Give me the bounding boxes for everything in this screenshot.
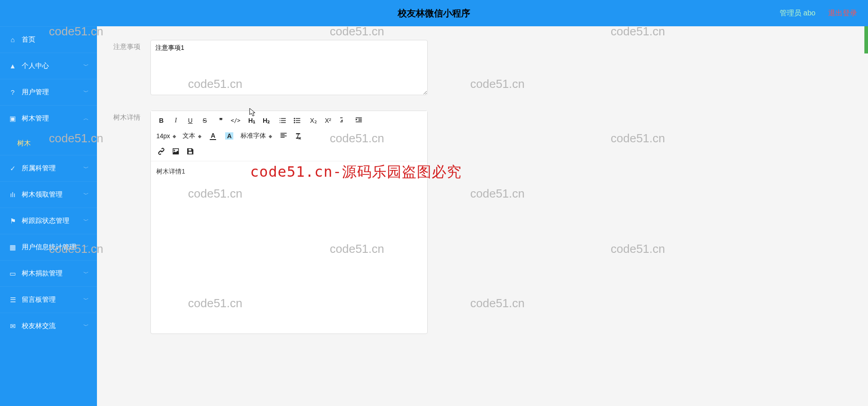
font-size-value: 14px [156, 132, 170, 140]
note-label: 注意事项 [113, 40, 150, 97]
italic-button[interactable]: I [171, 116, 181, 126]
home-icon: ⌂ [8, 36, 17, 44]
style-value: 文本 [183, 132, 195, 140]
sidebar-item-label: 留言板管理 [22, 295, 56, 304]
sidebar-item-claim-mgmt[interactable]: ılı 树木领取管理 ﹀ [0, 181, 97, 208]
header-bar: 校友林微信小程序 管理员 abo 退出登录 [0, 0, 868, 26]
ordered-list-button[interactable] [278, 116, 288, 126]
chevron-down-icon: ﹀ [83, 243, 89, 251]
sidebar-item-label: 所属科管理 [22, 164, 56, 173]
sidebar-item-home[interactable]: ⌂ 首页 [0, 26, 97, 53]
chevron-down-icon: ﹀ [83, 62, 89, 70]
svg-point-2 [294, 122, 295, 123]
quote-button[interactable]: ❞ [216, 116, 226, 126]
sidebar-item-donate-mgmt[interactable]: ▭ 树木捐款管理 ﹀ [0, 260, 97, 286]
sidebar-item-dept-mgmt[interactable]: ✓ 所属科管理 ﹀ [0, 155, 97, 181]
note-icon: ☰ [8, 296, 17, 304]
h2-button[interactable]: H₂ [261, 116, 271, 126]
sidebar: ⌂ 首页 ▲ 个人中心 ﹀ ? 用户管理 ﹀ ▣ 树木管理 ︿ 树木 ✓ 所属科… [0, 26, 97, 406]
h1-button[interactable]: H₁ [247, 116, 257, 126]
sidebar-item-alumni-chat[interactable]: ✉ 校友林交流 ﹀ [0, 313, 97, 339]
sidebar-item-stats-mgmt[interactable]: ▦ 用户信息统计管理 ﹀ [0, 234, 97, 260]
help-icon: ? [8, 88, 17, 96]
bars-icon: ılı [8, 191, 17, 198]
outdent-button[interactable] [339, 116, 349, 126]
screen-icon: ▭ [8, 270, 17, 278]
align-button[interactable] [279, 131, 289, 141]
sidebar-item-user-mgmt[interactable]: ? 用户管理 ﹀ [0, 79, 97, 105]
superscript-button[interactable]: X² [323, 116, 333, 126]
image-button[interactable] [171, 146, 181, 156]
editor-content: 树木详情1 [156, 168, 185, 175]
style-select[interactable]: 文本 ◆ [183, 132, 202, 140]
code-button[interactable]: </> [231, 116, 241, 126]
sidebar-item-label: 树木管理 [22, 114, 49, 123]
sidebar-item-tree-mgmt[interactable]: ▣ 树木管理 ︿ [0, 105, 97, 131]
logout-link[interactable]: 退出登录 [828, 9, 857, 18]
svg-point-1 [294, 120, 295, 121]
header-right: 管理员 abo 退出登录 [780, 9, 857, 18]
font-family-select[interactable]: 标准字体 ◆ [241, 132, 272, 140]
chevron-down-icon: ﹀ [83, 322, 89, 330]
editor-body[interactable]: 树木详情1 [151, 161, 427, 334]
svg-point-0 [294, 118, 295, 119]
form-row-note: 注意事项 [113, 40, 852, 97]
chevron-down-icon: ﹀ [83, 270, 89, 277]
save-button[interactable] [185, 146, 195, 156]
chevron-up-icon: ︿ [83, 115, 89, 122]
app-title: 校友林微信小程序 [398, 7, 470, 19]
sidebar-item-label: 树跟踪状态管理 [22, 217, 69, 225]
sidebar-item-msgboard-mgmt[interactable]: ☰ 留言板管理 ﹀ [0, 286, 97, 313]
select-chevron-icon: ◆ [269, 134, 272, 139]
sidebar-item-label: 树木领取管理 [22, 190, 63, 199]
admin-link[interactable]: 管理员 abo [780, 9, 815, 18]
sidebar-item-personal[interactable]: ▲ 个人中心 ﹀ [0, 53, 97, 79]
chevron-down-icon: ﹀ [83, 296, 89, 304]
sidebar-item-label: 树木捐款管理 [22, 269, 63, 278]
font-family-value: 标准字体 [241, 132, 266, 140]
select-chevron-icon: ◆ [198, 134, 202, 139]
indent-button[interactable] [354, 116, 364, 126]
chevron-down-icon: ﹀ [83, 217, 89, 225]
sidebar-item-label: 用户管理 [22, 88, 49, 97]
text-color-button[interactable]: A [208, 131, 218, 141]
flag-icon: ⚑ [8, 217, 17, 225]
chat-icon: ▣ [8, 115, 17, 123]
sidebar-subitem-tree[interactable]: 树木 [0, 131, 97, 155]
sidebar-item-label: 个人中心 [22, 62, 49, 70]
rich-editor: B I U S ❞ </> H₁ H₂ [150, 111, 428, 334]
check-icon: ✓ [8, 164, 17, 173]
bold-button[interactable]: B [156, 116, 166, 126]
sidebar-item-track-mgmt[interactable]: ⚑ 树跟踪状态管理 ﹀ [0, 208, 97, 234]
editor-toolbar: B I U S ❞ </> H₁ H₂ [151, 111, 427, 161]
bg-color-button[interactable]: A [224, 131, 234, 141]
sidebar-item-label: 首页 [22, 35, 35, 44]
strike-button[interactable]: S [200, 116, 210, 126]
link-button[interactable] [156, 146, 166, 156]
user-icon: ▲ [8, 62, 17, 70]
underline-button[interactable]: U [185, 116, 195, 126]
mail-icon: ✉ [8, 322, 17, 330]
font-size-select[interactable]: 14px ◆ [156, 132, 176, 140]
chevron-down-icon: ﹀ [83, 191, 89, 198]
subscript-button[interactable]: X₂ [309, 116, 318, 126]
unordered-list-button[interactable] [292, 116, 302, 126]
note-textarea[interactable] [150, 40, 428, 95]
sidebar-subitem-label: 树木 [17, 139, 31, 148]
grid-icon: ▦ [8, 243, 17, 251]
sidebar-item-label: 用户信息统计管理 [22, 243, 76, 251]
main-content: 注意事项 树木详情 B I U S ❞ </> [97, 26, 868, 406]
select-chevron-icon: ◆ [173, 134, 176, 139]
chevron-down-icon: ﹀ [83, 88, 89, 96]
clear-format-button[interactable] [293, 131, 303, 141]
detail-label: 树木详情 [113, 111, 150, 334]
form-row-detail: 树木详情 B I U S ❞ </> H₁ H₂ [113, 111, 852, 334]
chevron-down-icon: ﹀ [83, 164, 89, 172]
sidebar-item-label: 校友林交流 [22, 322, 56, 330]
